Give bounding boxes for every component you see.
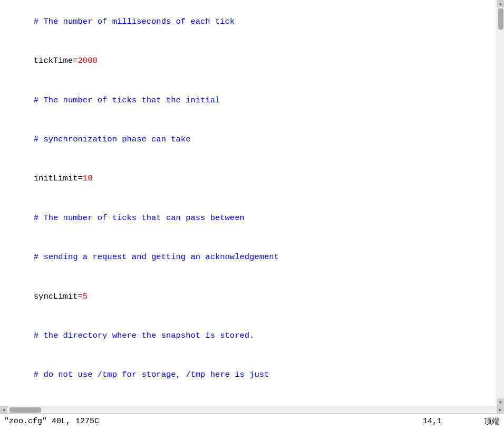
line-8: syncLimit=5	[4, 277, 492, 316]
scrollbar-bottom[interactable]: ◀ ▶	[0, 406, 504, 413]
line-7: # sending a request and getting an ackno…	[4, 237, 492, 277]
scroll-h-thumb[interactable]	[9, 407, 41, 413]
line-6: # The number of ticks that can pass betw…	[4, 198, 492, 237]
line-2: tickTime=2000	[4, 41, 492, 80]
line-1: # The number of milliseconds of each tic…	[4, 2, 492, 41]
line-3: # The number of ticks that the initial	[4, 81, 492, 120]
editor-area: # The number of milliseconds of each tic…	[0, 0, 504, 406]
scroll-right-arrow[interactable]: ▶	[497, 406, 504, 414]
status-bar: "zoo.cfg" 40L, 1275C 14,1 顶端	[0, 413, 504, 429]
status-filename: "zoo.cfg" 40L, 1275C	[4, 417, 423, 426]
line-5: initLimit=10	[4, 159, 492, 198]
scroll-left-arrow[interactable]: ◀	[0, 406, 7, 414]
scroll-down-arrow[interactable]: ▼	[497, 398, 505, 406]
scroll-thumb[interactable]	[498, 8, 503, 30]
line-9: # the directory where the snapshot is st…	[4, 316, 492, 355]
code-content: # The number of milliseconds of each tic…	[0, 0, 497, 406]
line-10: # do not use /tmp for storage, /tmp here…	[4, 356, 492, 395]
scroll-up-arrow[interactable]: ▲	[497, 0, 505, 7]
status-position: 14,1	[423, 417, 442, 426]
status-mode: 顶端	[484, 416, 500, 426]
line-11: # example sakes.	[4, 395, 492, 406]
line-4: # synchronization phase can take	[4, 120, 492, 159]
scrollbar-right[interactable]: ▲ ▼	[497, 0, 504, 406]
